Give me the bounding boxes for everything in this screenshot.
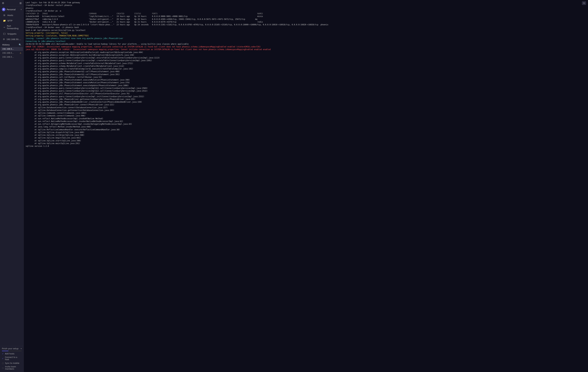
setup-progress-fill (2, 351, 9, 351)
terminal-line: at org.apache.phoenix.jdbc.PhoenixStatem… (26, 73, 586, 76)
finish-setup-chevron-icon: ▾ (21, 348, 22, 350)
invite-team-check-icon: ○ (2, 367, 4, 369)
terminal-line: at sun.reflect.NativeMethodAccessorImpl.… (26, 117, 586, 120)
history-section-header[interactable]: History 🔍 (0, 42, 23, 47)
terminal-line: at org.apache.phoenix.exception.SQLExcep… (26, 54, 586, 56)
history-item-1[interactable]: 192.168.5... (1, 47, 23, 51)
settings-host-icon: ⚙ (3, 38, 5, 41)
setup-item-invite-team[interactable]: ○ Invite team members (2, 365, 22, 371)
terminal-line: at sqlline.Sqlline.dispatch(Sqlline.java… (26, 131, 586, 134)
setup-item-connect-host-label: Connect to a host (5, 356, 22, 361)
terminal-line: bash-4.4# /opt/phoenix-server/bin/sqllin… (26, 29, 586, 32)
terminal-line: at sqlline.DatabaseConnection.connect(Da… (26, 106, 586, 109)
setup-item-invite-team-label: Invite team members (5, 366, 22, 370)
terminal-line: at sqlline.SqlLine.start(SqlLine.java:39… (26, 139, 586, 142)
terminal-line: at sun.reflect.NativeMethodAccessorImpl.… (26, 120, 586, 123)
history-item-2[interactable]: 192.168.5... ⚠ (1, 51, 23, 55)
terminal-line: at sqlline.Commands.connect(Commands.jav… (26, 114, 586, 117)
profile-label: Personal (7, 8, 19, 11)
terminal-line: at org.apache.phoenix.jdbc.PhoenixStatem… (26, 70, 586, 73)
terminal-line: at org.apache.phoenix.jdbc.PhoenixDriver… (26, 98, 586, 101)
terminal-line: at org.apache.phoenix.query.ConnectionQu… (26, 59, 586, 62)
terminal-line: Setting property: [incremental, false] (26, 32, 586, 34)
terminal-line: at sqlline.DatabaseConnection.getConnect… (26, 109, 586, 112)
profile-selector[interactable]: P Personal ▾ (0, 6, 23, 12)
terminal-line: at org.apache.phoenix.jdbc.PhoenixDriver… (26, 103, 586, 106)
finish-setup-header[interactable]: Finish your setup: ▾ (2, 348, 22, 350)
history-item-2-label: 192.168.5... (2, 52, 14, 54)
terminal-line: at org.apache.phoenix.query.ConnectionQu… (26, 90, 586, 92)
sidebar: ⚙ ⊞ P Personal ▾ ⊞ Hosts 📁 SFTP → Port F… (0, 0, 24, 372)
terminal-line: at org.apache.phoenix.jdbc.PhoenixStatem… (26, 79, 586, 81)
terminal-line: ERROR 726 (43M10): Inconsistent namespac… (26, 45, 586, 48)
terminal-output[interactable]: Last login: Sun Feb 18 03:44:25 2024 fro… (24, 0, 588, 372)
terminal-line: at org.apache.phoenix.query.ConnectionQu… (26, 95, 586, 98)
terminal-line: at org.apache.phoenix.jdbc.PhoenixStatem… (26, 84, 586, 87)
sidebar-item-settings[interactable]: ⚙ 192.168.50.... (1, 37, 23, 42)
terminal-line: at sqlline.Commands.connect(Commands.jav… (26, 112, 586, 114)
sidebar-item-settings-label: 192.168.50.... (7, 38, 21, 41)
terminal-line: [root@localhost ~]# docker ps -a (26, 10, 586, 12)
port-forwarding-icon: → (3, 26, 5, 29)
terminal-line: at org.apache.phoenix.query.ConnectionQu… (26, 56, 586, 59)
terminal-line: CONTAINER ID IMAGE COMMAND CREATED STATU… (26, 12, 586, 15)
sidebar-item-sftp-label: SFTP (7, 20, 12, 22)
gear-icon[interactable]: ⚙ (2, 2, 4, 5)
history-item-2-warn-icon: ⚠ (20, 52, 21, 54)
terminal-line: sqlline version 1.2.0 (26, 145, 586, 148)
terminal-line: issuing: !connect jdbc:phoenix:localhost… (26, 37, 586, 40)
terminal-line: at org.apache.phoenix.exception.SQLExcep… (26, 51, 586, 54)
terminal-line: 2c4ade3ec6d8 bitnami/minio:latest "/opt/… (26, 15, 586, 18)
setup-item-connect-host[interactable]: ✓ Connect to a host (2, 355, 22, 361)
hosts-icon: ⊞ (3, 14, 6, 17)
history-item-3-label: 192.168.5... (2, 56, 14, 58)
split-view-button[interactable]: ⧉ (582, 1, 586, 5)
setup-progress-bar (2, 351, 22, 351)
history-item-3[interactable]: 192.168.5... (1, 55, 23, 59)
add-hosts-check-icon: ✓ (2, 352, 4, 355)
terminal-line: Setting property: [isolation, TRANSACTIO… (26, 34, 586, 37)
terminal-line: at org.apache.phoenix.call.CallRunner.ru… (26, 76, 586, 79)
finish-setup-section: Finish your setup: ▾ ✓ Add hosts ✓ Conne… (0, 346, 23, 372)
connect-host-check-icon: ✓ (2, 357, 4, 360)
terminal-line: at sqlline.ReflectiveCommandHandler.exec… (26, 128, 586, 131)
finish-setup-label: Finish your setup: (2, 348, 19, 350)
history-list: 192.168.5... 192.168.5... ⚠ 192.168.5... (0, 47, 23, 59)
profile-avatar: P (2, 8, 5, 11)
sidebar-item-snippets-label: Snippets (7, 33, 16, 35)
new-tab-icon[interactable]: ⊞ (20, 2, 22, 5)
terminal-line: at sqlline.SqlLine.begin(SqlLine.java:66… (26, 136, 586, 139)
terminal-line: at org.apache.phoenix.compile.CreateTabl… (26, 68, 586, 70)
terminal-line: [root@localhost ~]# docker restart phoen… (26, 4, 586, 7)
terminal-line: [root@localhost ~]# docker exec -it phoe… (26, 26, 586, 29)
sidebar-bottom: Finish your setup: ▾ ✓ Add hosts ✓ Conne… (0, 346, 23, 372)
sidebar-item-hosts-label: Hosts (7, 14, 13, 17)
terminal-line: at org.apache.phoenix.jdbc.PhoenixEmbedd… (26, 101, 586, 103)
sidebar-item-sftp[interactable]: 📁 SFTP (1, 18, 23, 23)
terminal-line: at java.lang.reflect.Method.invoke(Metho… (26, 125, 586, 128)
terminal-line: at org.apache.phoenix.schema.MetaDataCli… (26, 65, 586, 68)
setup-item-sync-mobile[interactable]: ○ Sync to mobile (2, 361, 22, 365)
topbar: ⧉ (582, 1, 586, 5)
terminal-line: at org.apache.phoenix.query.ConnectionQu… (26, 87, 586, 90)
terminal-line: at sqlline.SqlLine.initArgs(SqlLine.java… (26, 134, 586, 136)
terminal-line: e8b5412778af rabbitmq:3.8.9 "docker-entr… (26, 18, 586, 21)
terminal-line: at sqlline.SqlLine.main(SqlLine.java:291… (26, 142, 586, 145)
terminal-line: 24/02/18 03:56:53 WARN util.NativeCodeLo… (26, 43, 586, 45)
history-search-icon[interactable]: 🔍 (19, 43, 21, 46)
terminal-line: at org.apache.phoenix.util.PhoenixContex… (26, 92, 586, 95)
profile-chevron-icon: ▾ (21, 9, 22, 10)
sidebar-item-snippets[interactable]: {} Snippets (1, 31, 23, 36)
terminal-line: Last login: Sun Feb 18 03:44:25 2024 fro… (26, 1, 586, 4)
sidebar-item-hosts[interactable]: ⊞ Hosts (1, 13, 23, 18)
setup-item-add-hosts-label: Add hosts (5, 353, 14, 355)
terminal-line: 768d4efb1b54 boostport/hbase-phoenix-all… (26, 23, 586, 26)
terminal-line: at org.apache.phoenix.jdbc.PhoenixStatem… (26, 81, 586, 84)
terminal-line: at sun.reflect.DelegatingMethodAccessorI… (26, 123, 586, 125)
history-label: History (2, 43, 10, 46)
sidebar-top-bar: ⚙ ⊞ (0, 0, 23, 6)
terminal-line: at org.apache.phoenix.schema.MetaDataCli… (26, 62, 586, 65)
sidebar-item-port-forwarding[interactable]: → Port Forwarding (1, 23, 23, 31)
setup-item-add-hosts[interactable]: ✓ Add hosts (2, 352, 22, 355)
history-item-1-label: 192.168.5... (2, 48, 14, 50)
